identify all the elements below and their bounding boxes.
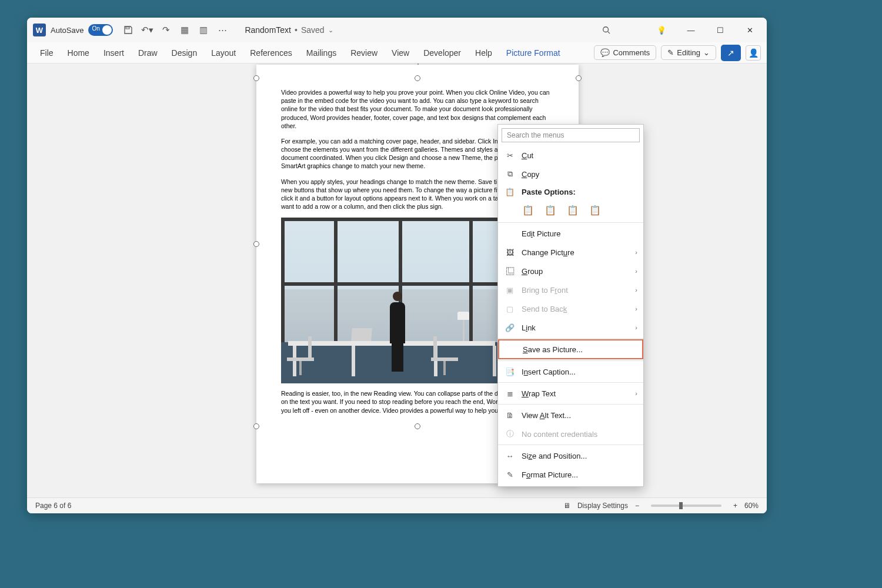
menu-save-as-picture[interactable]: Save as Picture... [498,339,643,359]
tab-home[interactable]: Home [61,45,96,61]
bring-front-icon: ▣ [505,286,514,295]
tab-design[interactable]: Design [165,45,205,61]
send-back-icon: ▢ [505,305,514,313]
zoom-out-button[interactable]: − [635,502,639,510]
ribbon-tabs: File Home Insert Draw Design Layout Refe… [27,42,767,64]
share-button[interactable]: ↗ [721,45,741,61]
paste-option-2[interactable]: 📋 [543,202,558,218]
menu-send-to-back: ▢Send to Back› [498,299,643,318]
selection-handle[interactable] [415,423,420,429]
account-icon[interactable]: 👤 [746,45,761,61]
chevron-right-icon: › [635,324,637,331]
cut-icon: ✂ [505,151,514,160]
display-settings-button[interactable]: Display Settings [577,502,628,510]
word-app-icon: W [33,24,46,36]
menu-no-credentials: ⓘNo content credentials [498,425,643,443]
size-icon: ↔ [505,452,514,460]
tab-insert[interactable]: Insert [96,45,131,61]
paste-option-4[interactable]: 📋 [587,202,603,218]
tab-references[interactable]: References [243,45,299,61]
app-window: W AutoSave On ↶▾ ↷ ▦ ▥ ⋯ RandomText • Sa… [27,18,767,513]
menu-format-picture[interactable]: ✎Format Picture... [498,465,643,484]
svg-rect-0 [126,27,129,29]
menu-copy[interactable]: ⧉Copy [498,165,643,183]
tab-picture-format[interactable]: Picture Format [499,45,567,61]
autosave-label: AutoSave [51,26,83,35]
tab-help[interactable]: Help [468,45,499,61]
chevron-right-icon: › [635,286,637,293]
caption-icon: 📑 [505,368,514,376]
document-canvas[interactable]: ↻ Video provides a powerful way to help … [27,64,767,497]
chevron-down-icon: ⌄ [703,48,710,57]
selection-handle[interactable] [253,75,259,81]
info-icon: ⓘ [505,429,514,439]
chevron-right-icon: › [635,390,637,397]
autosave-toggle[interactable]: On [88,24,113,36]
document-title[interactable]: RandomText • Saved ⌄ [245,25,333,35]
menu-paste-options-header: 📋Paste Options: [498,183,643,200]
menu-size-and-position[interactable]: ↔Size and Position... [498,446,643,465]
chevron-right-icon: › [635,249,637,256]
tab-view[interactable]: View [385,45,416,61]
copy-icon: ⧉ [505,169,514,179]
alt-text-icon: 🗎 [505,411,514,420]
chevron-right-icon: › [635,268,637,275]
close-button[interactable]: ✕ [736,21,763,39]
selection-handle[interactable] [415,75,420,81]
paste-option-3[interactable]: 📋 [565,202,580,218]
pencil-icon: ✎ [667,48,674,57]
paste-icon: 📋 [505,188,514,196]
display-settings-icon: 🖥 [563,502,570,510]
comments-button[interactable]: 💬Comments [594,45,656,60]
paste-option-1[interactable]: 📋 [520,202,536,218]
tab-layout[interactable]: Layout [204,45,243,61]
change-picture-icon: 🖼 [505,248,514,257]
menu-link[interactable]: 🔗Link› [498,318,643,337]
chevron-right-icon: › [635,305,637,312]
wrap-text-icon: ≣ [505,389,514,398]
qat-icon-2[interactable]: ▥ [196,23,211,37]
menu-view-alt-text[interactable]: 🗎View Alt Text... [498,406,643,425]
menu-wrap-text[interactable]: ≣Wrap Text› [498,384,643,403]
context-menu: Search the menus ✂Cut ⧉Copy 📋Paste Optio… [497,124,644,487]
tab-review[interactable]: Review [343,45,385,61]
menu-edit-picture[interactable]: Edit Picture [498,224,643,243]
editing-mode-button[interactable]: ✎Editing⌄ [661,45,716,60]
link-icon: 🔗 [505,323,514,332]
maximize-button[interactable]: ☐ [707,21,734,39]
comment-icon: 💬 [600,48,610,57]
qat-overflow-icon[interactable]: ⋯ [215,23,229,37]
selection-handle[interactable] [253,423,259,429]
tab-developer[interactable]: Developer [416,45,468,61]
tab-mailings[interactable]: Mailings [299,45,343,61]
format-icon: ✎ [505,470,514,479]
status-bar: Page 6 of 6 🖥 Display Settings − + 60% [27,497,767,513]
tab-draw[interactable]: Draw [131,45,165,61]
svg-point-1 [603,27,609,32]
zoom-in-button[interactable]: + [733,502,737,510]
chevron-down-icon: ⌄ [328,26,333,34]
selection-handle[interactable] [576,75,582,81]
redo-icon[interactable]: ↷ [159,23,173,37]
tab-file[interactable]: File [33,45,61,61]
menu-insert-caption[interactable]: 📑Insert Caption... [498,362,643,381]
menu-bring-to-front: ▣Bring to Front› [498,280,643,299]
title-bar: W AutoSave On ↶▾ ↷ ▦ ▥ ⋯ RandomText • Sa… [27,18,767,42]
paste-options-row: 📋 📋 📋 📋 [498,200,643,221]
selection-handle[interactable] [253,241,259,247]
minimize-button[interactable]: — [677,21,704,39]
save-icon[interactable] [121,23,135,37]
svg-line-2 [608,32,610,34]
qat-icon-1[interactable]: ▦ [178,23,192,37]
lightbulb-icon[interactable]: 💡 [648,21,675,39]
menu-search-input[interactable]: Search the menus [502,128,640,142]
zoom-slider[interactable] [651,505,721,507]
menu-cut[interactable]: ✂Cut [498,146,643,165]
undo-icon[interactable]: ↶▾ [140,23,154,37]
menu-change-picture[interactable]: 🖼Change Picture› [498,243,643,262]
menu-group[interactable]: ⿺Group› [498,262,643,280]
search-icon[interactable] [593,21,620,39]
page-indicator[interactable]: Page 6 of 6 [35,502,71,510]
zoom-level[interactable]: 60% [744,502,759,510]
group-icon: ⿺ [505,267,514,276]
